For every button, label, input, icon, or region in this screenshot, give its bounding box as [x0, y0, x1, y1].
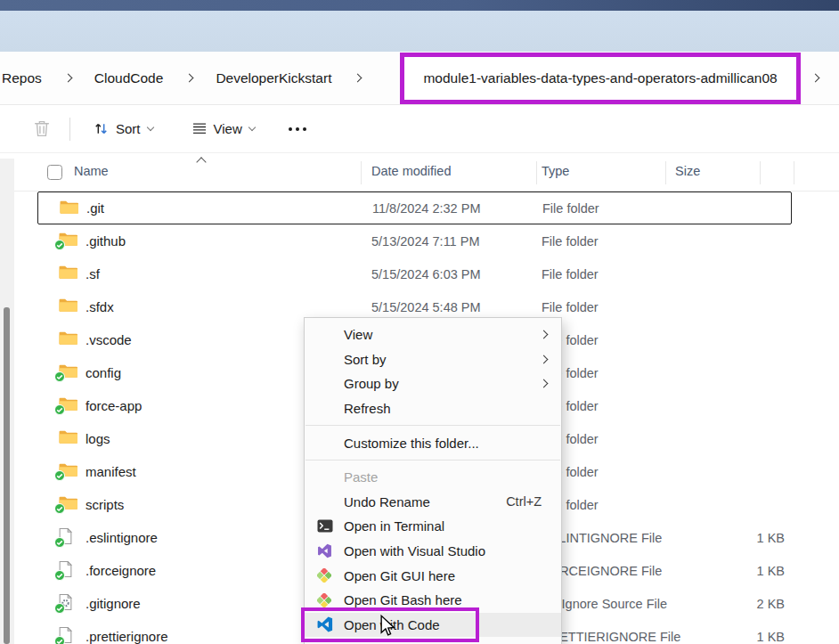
- menu-item-open-in-terminal[interactable]: Open in Terminal: [305, 514, 561, 539]
- sort-button[interactable]: Sort: [94, 121, 153, 136]
- delete-button[interactable]: [34, 120, 50, 137]
- menu-item-customize-this-folder[interactable]: Customize this folder...: [305, 430, 561, 455]
- scrollbar-thumb[interactable]: [4, 307, 10, 644]
- menu-item-label: Customize this folder...: [344, 436, 552, 451]
- breadcrumb-item-cloudcode[interactable]: CloudCode: [94, 70, 164, 86]
- chevron-down-icon: [248, 123, 256, 130]
- chevron-right-icon: [185, 74, 194, 83]
- git-synced-check-icon: [54, 370, 65, 386]
- view-label: View: [214, 121, 242, 136]
- menu-item-label: Undo Rename: [344, 494, 506, 509]
- menu-item-open-with-visual-studio[interactable]: Open with Visual Studio: [305, 539, 561, 564]
- folder-icon: [59, 330, 77, 349]
- git-synced-check-icon: [54, 403, 65, 419]
- menu-item-label: Open in Terminal: [344, 518, 552, 534]
- chevron-right-icon[interactable]: [810, 74, 819, 83]
- column-header-date-modified[interactable]: Date modified: [371, 164, 451, 178]
- column-header-type[interactable]: Type: [542, 164, 569, 178]
- file-name: .forceignore: [86, 563, 156, 578]
- menu-item-open-git-gui-here[interactable]: Open Git GUI here: [305, 563, 561, 588]
- file-explorer-window: Repos CloudCode DeveloperKickstart modul…: [0, 0, 839, 644]
- dot-icon: [303, 127, 306, 131]
- file-name: force-app: [86, 398, 142, 413]
- file-name: logs: [86, 431, 110, 446]
- file-type: PRETTIERIGNORE File: [542, 630, 680, 644]
- menu-item-label: Group by: [344, 376, 541, 391]
- file-name: manifest: [86, 464, 136, 479]
- table-row[interactable]: .git11/8/2024 2:32 PMFile folder: [37, 192, 792, 224]
- file-date-modified: 5/13/2024 7:11 PM: [371, 234, 479, 249]
- table-row[interactable]: .github5/13/2024 7:11 PMFile folder: [37, 224, 792, 257]
- file-name: .gitignore: [86, 596, 141, 611]
- trash-icon: [34, 120, 50, 137]
- file-name: .sfdx: [86, 299, 114, 314]
- folder-icon: [59, 363, 77, 382]
- vscode-icon: [317, 616, 337, 632]
- submenu-arrow-icon: [540, 330, 549, 339]
- see-more-button[interactable]: [289, 127, 306, 131]
- file-name: .prettierignore: [86, 629, 168, 644]
- sort-ascending-icon: [196, 157, 206, 167]
- menu-shortcut: Ctrl+Z: [506, 494, 542, 509]
- submenu-arrow-icon: [540, 379, 549, 388]
- folder-icon: [59, 495, 77, 514]
- column-divider[interactable]: [794, 161, 794, 184]
- submenu-arrow-icon: [540, 355, 549, 363]
- file-type: File folder: [542, 201, 599, 216]
- column-divider[interactable]: [536, 161, 537, 184]
- column-divider[interactable]: [760, 161, 761, 184]
- menu-item-group-by[interactable]: Group by: [305, 371, 561, 396]
- menu-item-label: Paste: [344, 469, 552, 485]
- table-row[interactable]: .sf5/15/2024 6:03 PMFile folder: [37, 257, 792, 290]
- visual-studio-icon: [317, 543, 337, 558]
- folder-icon: [59, 232, 77, 250]
- menu-item-label: Open with Visual Studio: [344, 543, 552, 558]
- file-icon: [59, 627, 72, 644]
- git-synced-check-icon: [54, 238, 65, 254]
- git-synced-check-icon: [54, 501, 65, 518]
- file-name: .git: [86, 200, 104, 216]
- window-title-band: [0, 11, 839, 52]
- terminal-icon: [317, 519, 337, 533]
- menu-item-refresh[interactable]: Refresh: [305, 396, 561, 421]
- breadcrumb-item-repos[interactable]: Repos: [2, 70, 42, 86]
- menu-item-paste: Paste: [305, 465, 561, 490]
- menu-item-label: Sort by: [344, 352, 541, 367]
- column-header-name[interactable]: Name: [74, 164, 109, 178]
- column-header-row: Name Date modified Type Size: [0, 153, 839, 192]
- file-name: scripts: [86, 497, 124, 512]
- chevron-right-icon: [354, 74, 362, 83]
- column-divider[interactable]: [361, 161, 362, 184]
- column-divider[interactable]: [665, 161, 666, 184]
- file-type: File folder: [542, 300, 599, 314]
- file-date-modified: 5/15/2024 6:03 PM: [371, 267, 481, 281]
- scrollbar-track[interactable]: [0, 159, 14, 644]
- file-name: .vscode: [86, 332, 132, 347]
- menu-item-sort-by[interactable]: Sort by: [305, 347, 561, 372]
- view-button[interactable]: View: [192, 121, 255, 136]
- chevron-down-icon: [146, 123, 153, 130]
- menu-item-label: Open with Code: [344, 617, 552, 632]
- select-all-checkbox[interactable]: [47, 165, 62, 180]
- current-folder-annotation-box: module1-variables-data-types-and-operato…: [400, 53, 800, 104]
- git-synced-check-icon: [54, 568, 65, 584]
- breadcrumb-item-developerkickstart[interactable]: DeveloperKickstart: [216, 70, 331, 86]
- file-type: File folder: [542, 267, 599, 281]
- file-icon: [59, 561, 72, 581]
- file-size: 1 KB: [661, 564, 785, 578]
- breadcrumb: Repos CloudCode DeveloperKickstart modul…: [0, 52, 839, 105]
- folder-icon: [59, 396, 77, 415]
- file-type: File folder: [542, 234, 599, 249]
- folder-icon: [59, 298, 77, 316]
- git-synced-check-icon: [54, 634, 65, 644]
- menu-item-undo-rename[interactable]: Undo RenameCtrl+Z: [305, 490, 561, 515]
- file-size: 1 KB: [661, 630, 785, 644]
- breadcrumb-item-current-folder[interactable]: module1-variables-data-types-and-operato…: [423, 70, 777, 86]
- menu-item-label: Refresh: [344, 401, 552, 416]
- menu-item-view[interactable]: View: [305, 322, 561, 347]
- menu-item-open-git-bash-here[interactable]: Open Git Bash here: [305, 588, 561, 613]
- window-top-strip: [0, 0, 839, 11]
- column-header-size[interactable]: Size: [675, 164, 700, 178]
- file-icon: [59, 528, 72, 548]
- menu-item-open-with-code[interactable]: Open with Code: [305, 613, 561, 638]
